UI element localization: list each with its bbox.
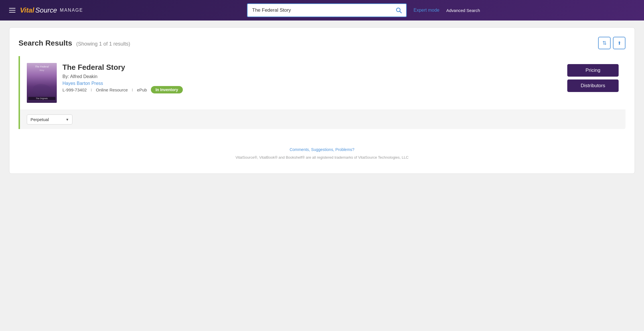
main-content: Search Results (Showing 1 of 1 results) … [0, 21, 644, 181]
search-input[interactable] [248, 7, 391, 13]
distributors-button[interactable]: Distributors [567, 79, 619, 92]
cover-decoration [33, 84, 51, 95]
cover-subtitle: Story [39, 69, 44, 71]
logo: VitalSource MANAGE [20, 6, 83, 14]
sort-icon: ⇅ [602, 40, 607, 46]
book-result: The Federal Story The Originals The Fede… [20, 56, 625, 110]
search-icon [395, 7, 402, 14]
svg-line-1 [400, 11, 402, 13]
results-actions: ⇅ ⬆ [598, 37, 625, 49]
sort-button[interactable]: ⇅ [598, 37, 611, 49]
result-wrapper: The Federal Story The Originals The Fede… [19, 56, 625, 129]
search-button[interactable] [391, 7, 406, 14]
advanced-search-link[interactable]: Advanced Search [446, 8, 480, 13]
feedback-link[interactable]: Comments, Suggestions, Problems? [19, 147, 625, 152]
pricing-button[interactable]: Pricing [567, 64, 619, 77]
author-prefix: By: [62, 74, 70, 79]
cover-title: The Federal [35, 65, 49, 69]
separator-2: I [132, 87, 133, 92]
book-format2: ePub [137, 87, 147, 92]
book-cover: The Federal Story The Originals [27, 63, 57, 103]
search-area: Expert mode Advanced Search [92, 3, 635, 17]
book-meta: L-999-73402 I Online Resource I ePub In … [62, 86, 562, 93]
results-count: (Showing 1 of 1 results) [76, 41, 130, 47]
book-title: The Federal Story [62, 63, 562, 72]
book-isbn: L-999-73402 [62, 87, 87, 92]
trademark-text: VitalSource®, VitalBook® and Bookshelf® … [236, 155, 409, 160]
logo-source: Source [35, 6, 57, 14]
author-name: Alfred Deakin [70, 74, 98, 79]
results-card: Search Results (Showing 1 of 1 results) … [9, 27, 635, 174]
book-buttons: Pricing Distributors [567, 63, 619, 92]
separator-1: I [91, 87, 92, 92]
export-icon: ⬆ [617, 40, 621, 46]
perpetual-select-wrapper: Perpetual Annual Rental ▼ [27, 115, 72, 124]
logo-vital: Vital [20, 6, 34, 14]
results-title-area: Search Results (Showing 1 of 1 results) [19, 39, 130, 48]
perpetual-select[interactable]: Perpetual Annual Rental [27, 115, 72, 124]
cover-originals: The Originals [28, 97, 55, 100]
inventory-badge: In Inventory [151, 86, 183, 93]
search-box [247, 3, 407, 17]
svg-point-0 [396, 8, 400, 12]
header: VitalSource MANAGE Expert mode Advanced … [0, 0, 644, 21]
book-author: By: Alfred Deakin [62, 74, 562, 79]
expert-mode-button[interactable]: Expert mode [411, 8, 442, 13]
book-format1: Online Resource [96, 87, 128, 92]
results-header: Search Results (Showing 1 of 1 results) … [19, 37, 625, 49]
footer: Comments, Suggestions, Problems? VitalSo… [19, 138, 625, 164]
export-button[interactable]: ⬆ [613, 37, 625, 49]
menu-icon[interactable] [9, 8, 15, 13]
publisher-link[interactable]: Hayes Barton Press [62, 81, 103, 86]
logo-manage: MANAGE [60, 8, 83, 13]
book-result-bottom: Perpetual Annual Rental ▼ [20, 110, 625, 129]
results-title: Search Results [19, 39, 72, 47]
book-info: The Federal Story By: Alfred Deakin Haye… [62, 63, 562, 93]
header-left: VitalSource MANAGE [9, 6, 83, 14]
